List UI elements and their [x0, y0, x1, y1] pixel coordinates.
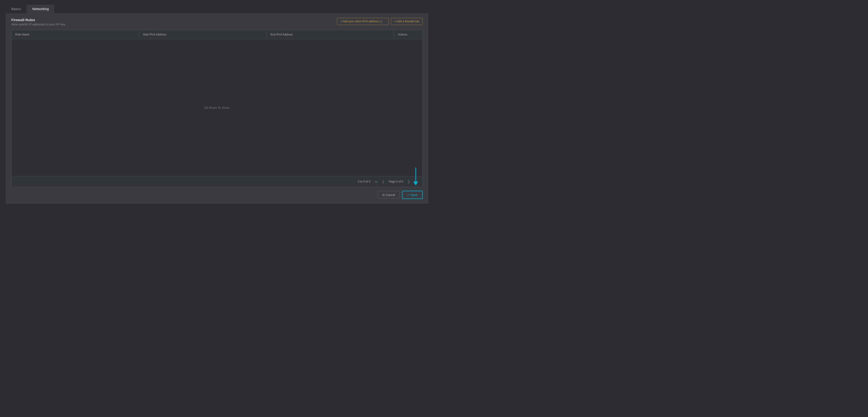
cancel-button[interactable]: ⊘ Cancel — [378, 191, 400, 199]
section-actions: + Add your client IPv4 address () + Add … — [337, 18, 423, 25]
pagination-controls: ⏮ ❮ Page 0 of 0 ❯ ⏭ — [373, 179, 419, 184]
section-title-group: Firewall Rules Allow specific IP address… — [11, 18, 65, 26]
table-header: Rule Name Start IPv4 Address End IPv4 Ad… — [11, 30, 423, 39]
tab-basics[interactable]: Basics — [6, 5, 27, 13]
section-subtitle: Allow specific IP addresses to your API … — [11, 23, 65, 26]
col-rule-name: Rule Name — [11, 30, 139, 39]
page-container: Basics Networking Firewall Rules Allow s… — [0, 0, 434, 208]
tabs-row: Basics Networking — [6, 5, 428, 13]
prev-page-button[interactable]: ❮ — [380, 179, 386, 184]
table-body: No Rows To Show — [11, 39, 423, 176]
arrow-annotation — [413, 168, 418, 185]
table-footer: 0 to 0 of 0 ⏮ ❮ Page 0 of 0 ❯ ⏭ — [11, 176, 423, 187]
col-end-ipv4: End IPv4 Address — [267, 30, 394, 39]
no-rows-message: No Rows To Show — [205, 106, 229, 109]
section-header: Firewall Rules Allow specific IP address… — [11, 18, 423, 26]
section-title: Firewall Rules — [11, 18, 65, 22]
pagination-range: 0 to 0 of 0 — [358, 180, 370, 183]
tab-networking[interactable]: Networking — [27, 5, 54, 13]
arrow-head — [413, 182, 418, 185]
col-actions: Actions — [394, 30, 423, 39]
arrow-line — [415, 168, 416, 182]
firewall-rules-table: Rule Name Start IPv4 Address End IPv4 Ad… — [11, 30, 423, 187]
content-area: Firewall Rules Allow specific IP address… — [6, 13, 428, 204]
save-button[interactable]: ✓ Save — [402, 191, 423, 199]
first-page-button[interactable]: ⏮ — [373, 179, 379, 184]
page-info: Page 0 of 0 — [389, 180, 403, 183]
add-client-ipv4-button[interactable]: + Add your client IPv4 address () — [337, 18, 389, 25]
bottom-bar: ⊘ Cancel ✓ Save — [11, 187, 423, 199]
add-firewall-rule-button[interactable]: + Add a firewall rule — [391, 18, 423, 25]
col-start-ipv4: Start IPv4 Address — [139, 30, 267, 39]
next-page-button[interactable]: ❯ — [406, 179, 412, 184]
